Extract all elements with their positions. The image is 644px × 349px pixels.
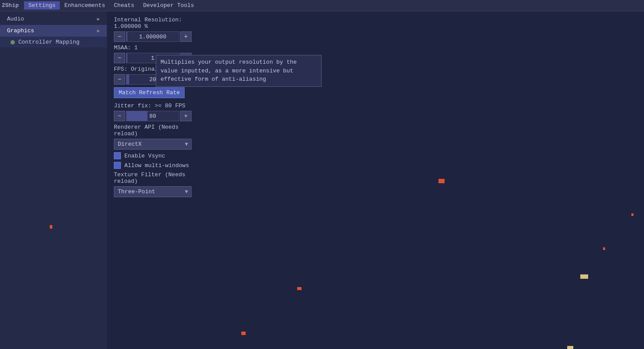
internal-resolution-plus[interactable]: + (180, 31, 192, 42)
jitter-value: 80 (127, 113, 179, 120)
renderer-api-select[interactable]: DirectX OpenGL Vulkan (114, 139, 192, 150)
texture-filter-dropdown-wrapper: Three-Point Linear None ▼ (114, 186, 192, 197)
msaa-minus[interactable]: − (114, 53, 125, 63)
particle-2 (50, 225, 52, 229)
main-area: Audio ▶ Graphics ▶ Controller Mapping In… (0, 11, 644, 349)
particle-5 (241, 332, 246, 335)
particle-1 (438, 179, 445, 183)
graphics-arrow-icon: ▶ (97, 28, 100, 34)
enable-vsync-checkbox[interactable] (114, 152, 121, 159)
particle-8 (567, 346, 573, 349)
jitter-plus[interactable]: + (180, 111, 192, 121)
internal-resolution-label: Internal Resolution: 1.000000 % (114, 17, 192, 30)
particle-7 (603, 247, 605, 250)
allow-multi-windows-row[interactable]: Allow multi-windows (114, 162, 192, 169)
sidebar-item-audio[interactable]: Audio ▶ (0, 13, 107, 25)
menu-enhancements[interactable]: Enhancements (60, 1, 110, 10)
texture-filter-select[interactable]: Three-Point Linear None (114, 186, 192, 197)
msaa-label: MSAA: 1 (114, 44, 192, 51)
menu-developer-tools[interactable]: Developer Tools (139, 1, 199, 10)
internal-resolution-spinner: − 1.000000 + (114, 31, 192, 42)
allow-multi-windows-label: Allow multi-windows (124, 162, 189, 169)
jitter-track: 80 (126, 111, 179, 121)
jitter-minus[interactable]: − (114, 111, 125, 121)
menu-cheats[interactable]: Cheats (110, 1, 139, 10)
match-refresh-rate-button[interactable]: Match Refresh Rate (114, 87, 185, 98)
fps-minus[interactable]: − (114, 74, 125, 85)
renderer-api-dropdown-wrapper: DirectX OpenGL Vulkan ▼ (114, 139, 192, 150)
particle-4 (297, 287, 301, 290)
menubar: 2Ship Settings Enhancements Cheats Devel… (0, 0, 644, 11)
texture-filter-label: Texture Filter (Needs reload) (114, 171, 192, 185)
jitter-fix-label: Jitter fix: >= 80 FPS (114, 103, 192, 109)
particle-6 (580, 274, 588, 279)
sidebar-item-controller-mapping[interactable]: Controller Mapping (0, 37, 107, 48)
menu-settings[interactable]: Settings (24, 1, 60, 10)
internal-resolution-track: 1.000000 (126, 31, 179, 42)
internal-resolution-value: 1.000000 (127, 34, 179, 40)
particle-3 (631, 213, 634, 216)
audio-arrow-icon: ▶ (97, 16, 100, 22)
tooltip: Multiplies your output resolution by the… (156, 55, 322, 87)
jitter-spinner: − 80 + (114, 111, 192, 121)
allow-multi-windows-checkbox[interactable] (114, 162, 121, 169)
renderer-api-label: Renderer API (Needs reload) (114, 124, 192, 137)
sidebar-item-graphics[interactable]: Graphics ▶ (0, 25, 107, 37)
tooltip-text: Multiplies your output resolution by the… (161, 59, 297, 82)
sidebar: Audio ▶ Graphics ▶ Controller Mapping (0, 11, 107, 349)
enable-vsync-label: Enable Vsync (124, 153, 165, 159)
enable-vsync-row[interactable]: Enable Vsync (114, 152, 192, 159)
controller-dot-icon (10, 40, 15, 44)
internal-resolution-minus[interactable]: − (114, 31, 125, 42)
app-logo: 2Ship (2, 2, 19, 9)
